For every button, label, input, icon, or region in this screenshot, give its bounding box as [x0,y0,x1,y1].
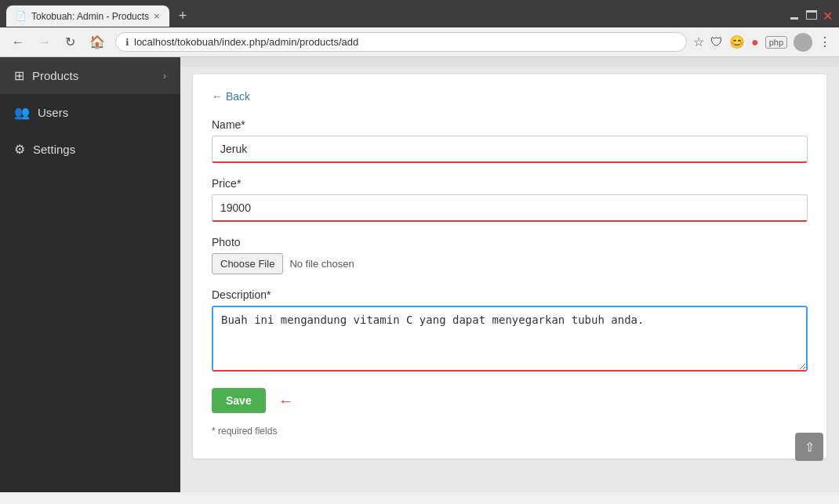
price-label: Price* [212,177,808,190]
choose-file-button[interactable]: Choose File [212,253,283,274]
products-icon: ⊞ [14,68,24,83]
name-input[interactable] [212,136,808,163]
user-avatar[interactable] [794,33,812,52]
photo-field-group: Photo Choose File No file chosen [212,236,808,274]
sidebar-item-users[interactable]: 👥 Users [0,94,180,131]
photo-label: Photo [212,236,808,248]
multi-account-icon[interactable]: ● [751,35,759,49]
emoji-icon[interactable]: 😊 [729,34,745,49]
refresh-button[interactable]: ↻ [61,33,79,51]
bookmark-icon[interactable]: ☆ [693,34,704,49]
home-button[interactable]: 🏠 [85,33,109,51]
window-controls: 🗕 🗖 ✕ [788,9,833,24]
description-label: Description* [212,288,808,301]
address-bar[interactable]: ℹ localhost/tokobuah/index.php/admin/pro… [115,32,687,52]
no-file-text: No file chosen [289,258,354,270]
back-button[interactable]: ← Back [212,90,250,103]
top-scrollbar-area [180,57,839,67]
tab-page-icon: 📄 [16,11,27,21]
maximize-button[interactable]: 🗖 [805,9,818,24]
products-label: Products [32,69,155,82]
forward-navigation-button[interactable]: → [35,34,55,51]
browser-menu-icon[interactable]: ⋮ [819,34,831,49]
form-card: ← Back Name* Price* Photo Choose File No… [193,74,826,459]
price-input[interactable] [212,194,808,222]
close-tab-button[interactable]: × [154,10,160,22]
file-input-wrapper: Choose File No file chosen [212,253,808,274]
description-field-group: Description* Buah ini mengandung vitamin… [212,288,808,374]
sidebar-item-products[interactable]: ⊞ Products › [0,57,180,94]
browser-actions: ☆ 🛡 😊 ● php ⋮ [693,33,831,52]
price-field-group: Price* [212,177,808,222]
lock-icon: ℹ [125,37,129,48]
sidebar: ⊞ Products › 👥 Users ⚙ Settings [0,57,180,492]
window-close-button[interactable]: ✕ [823,9,833,24]
products-arrow: › [163,71,166,82]
name-field-group: Name* [212,118,808,163]
required-note: * required fields [212,426,808,443]
browser-tab[interactable]: 📄 Tokobuah: Admin - Products × [6,5,169,27]
settings-icon: ⚙ [14,142,25,157]
php-label: php [765,36,787,49]
pocket-icon[interactable]: 🛡 [710,35,723,49]
name-label: Name* [212,118,808,131]
sidebar-item-settings[interactable]: ⚙ Settings [0,131,180,168]
new-tab-button[interactable]: + [173,5,194,27]
minimize-button[interactable]: 🗕 [788,9,801,24]
address-text: localhost/tokobuah/index.php/admin/produ… [134,36,677,48]
main-content: ← Back Name* Price* Photo Choose File No… [180,57,839,492]
description-textarea[interactable]: Buah ini mengandung vitamin C yang dapat… [212,306,808,372]
save-row: Save ← [212,388,808,413]
users-label: Users [38,106,166,119]
save-button[interactable]: Save [212,388,266,413]
users-icon: 👥 [14,105,30,120]
settings-label: Settings [33,143,166,156]
back-navigation-button[interactable]: ← [8,34,28,51]
tab-title: Tokobuah: Admin - Products [31,11,149,22]
arrow-indicator: ← [278,392,294,410]
scroll-to-top-button[interactable]: ⇧ [795,433,823,461]
